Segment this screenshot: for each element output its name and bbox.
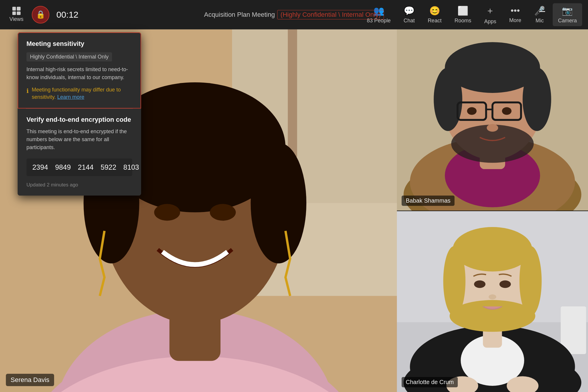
react-label: React <box>428 18 442 24</box>
camera-icon: 📷 <box>562 6 573 16</box>
video-tile-charlotte: Charlotte de Crum <box>397 211 588 392</box>
more-icon: ••• <box>511 6 520 16</box>
apps-button[interactable]: ＋ Apps <box>479 2 502 27</box>
charlotte-name-tag: Charlotte de Crum <box>402 377 458 387</box>
svg-point-31 <box>467 107 477 115</box>
svg-point-47 <box>450 300 535 332</box>
top-bar-right: 👥 83 People 💬 Chat 😊 React ⬜ Rooms ＋ App… <box>362 2 582 27</box>
mic-button[interactable]: 🎤̶ Mic <box>529 3 550 26</box>
camera-button[interactable]: 📷 Camera <box>553 3 582 26</box>
chat-button[interactable]: 💬 Chat <box>398 3 420 26</box>
svg-point-44 <box>453 227 532 271</box>
code-2: 9849 <box>55 163 71 171</box>
sensitivity-warning: ℹ Meeting functionality may differ due t… <box>26 86 132 101</box>
encryption-description: This meeting is end-to-end encrypted if … <box>26 128 132 151</box>
camera-label: Camera <box>558 18 577 24</box>
meeting-timer: 00:12 <box>56 10 78 20</box>
react-icon: 😊 <box>429 6 440 16</box>
sensitivity-badge: (Highly Confidential \ Internal Only) <box>277 10 384 19</box>
sensitivity-section: Meeting sensitivity Highly Confidential … <box>18 32 141 109</box>
warning-text: Meeting functionality may differ due to … <box>32 86 132 101</box>
apps-label: Apps <box>484 19 496 25</box>
views-label: Views <box>9 16 24 22</box>
svg-rect-3 <box>288 29 297 157</box>
charlotte-avatar-svg <box>397 211 588 392</box>
mic-label: Mic <box>535 18 544 24</box>
encryption-section: Verify end-to-end encryption code This m… <box>18 109 141 196</box>
svg-point-15 <box>154 204 180 221</box>
encryption-codes: 2394 9849 2144 5922 8103 <box>26 159 132 176</box>
svg-point-26 <box>523 68 551 131</box>
chat-label: Chat <box>404 18 415 24</box>
babak-avatar-svg <box>397 29 588 211</box>
more-button[interactable]: ••• More <box>504 3 527 26</box>
views-button[interactable]: Views <box>6 4 27 25</box>
mic-off-icon: 🎤̶ <box>534 6 545 16</box>
more-label: More <box>509 17 521 24</box>
security-button[interactable]: 🔒 <box>32 6 49 24</box>
learn-more-link[interactable]: Learn more <box>57 94 84 100</box>
sensitivity-title: Meeting sensitivity <box>26 40 132 48</box>
apps-icon: ＋ <box>486 5 495 17</box>
svg-point-14 <box>251 143 306 263</box>
meeting-title-area: Acquisition Plan Meeting (Highly Confide… <box>204 10 384 19</box>
svg-point-32 <box>502 107 511 115</box>
meeting-title: Acquisition Plan Meeting <box>204 11 275 19</box>
svg-point-48 <box>474 280 485 288</box>
top-bar-left: Views 🔒 00:12 <box>6 4 78 25</box>
main-content: Serena Davis <box>0 29 588 392</box>
sensitivity-tag: Highly Confidential \ Internal Only <box>26 52 112 61</box>
svg-point-50 <box>489 294 496 299</box>
video-tile-babak: Babak Shammas <box>397 29 588 211</box>
code-5: 8103 <box>123 163 139 171</box>
info-icon: ℹ <box>26 87 29 95</box>
updated-timestamp: Updated 2 minutes ago <box>26 182 132 188</box>
rooms-label: Rooms <box>455 18 471 24</box>
sensitivity-description: Internal high-risk secrets limited to ne… <box>26 66 132 81</box>
right-video-grid: Babak Shammas <box>397 29 588 392</box>
encryption-title: Verify end-to-end encryption code <box>26 116 132 124</box>
svg-point-25 <box>434 68 462 131</box>
code-3: 2144 <box>78 163 93 171</box>
meeting-info-popup: Meeting sensitivity Highly Confidential … <box>18 32 141 196</box>
views-icon <box>12 7 21 15</box>
code-4: 5922 <box>101 163 116 171</box>
babak-name-tag: Babak Shammas <box>402 196 455 206</box>
rooms-button[interactable]: ⬜ Rooms <box>449 3 477 26</box>
svg-point-49 <box>500 280 511 288</box>
shield-lock-icon: 🔒 <box>36 10 45 19</box>
svg-point-33 <box>487 124 498 132</box>
babak-bg <box>397 29 588 211</box>
chat-icon: 💬 <box>404 6 415 16</box>
charlotte-bg <box>397 211 588 392</box>
code-1: 2394 <box>32 163 48 171</box>
rooms-icon: ⬜ <box>457 6 468 16</box>
main-speaker-name: Serena Davis <box>6 374 54 386</box>
react-button[interactable]: 😊 React <box>422 3 447 26</box>
svg-point-16 <box>210 204 236 221</box>
top-bar: Views 🔒 00:12 Acquisition Plan Meeting (… <box>0 0 588 29</box>
